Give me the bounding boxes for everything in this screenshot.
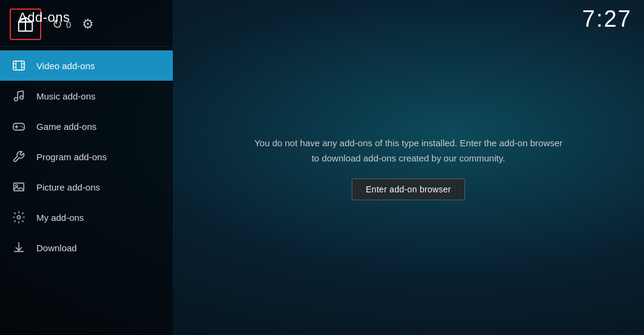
sidebar-item-download[interactable]: Download	[0, 232, 173, 263]
empty-message: You do not have any add-ons of this type…	[251, 135, 566, 166]
enter-addon-browser-button[interactable]: Enter add-on browser	[352, 178, 465, 200]
film-icon	[11, 58, 27, 73]
svg-point-19	[22, 127, 24, 128]
sidebar-item-download-label: Download	[36, 243, 77, 253]
sidebar-item-music-addons[interactable]: Music add-ons	[0, 81, 173, 111]
main-content: You do not have any add-ons of this type…	[173, 0, 644, 335]
sidebar-item-video-addons-label: Video add-ons	[36, 61, 95, 71]
settings-icon[interactable]: ⚙	[82, 16, 94, 32]
download-icon	[11, 240, 27, 255]
sidebar-item-video-addons[interactable]: Video add-ons	[0, 50, 173, 81]
page-title: Add-ons	[18, 10, 70, 25]
sidebar-item-program-addons[interactable]: Program add-ons	[0, 141, 173, 172]
gamepad-icon	[11, 118, 27, 134]
svg-point-18	[21, 126, 22, 127]
picture-icon	[11, 179, 27, 195]
sidebar: ↻ 0 ⚙ Video add-ons Music add-ons Game a…	[0, 0, 173, 335]
music-icon	[11, 88, 27, 104]
svg-line-13	[18, 91, 23, 92]
sidebar-item-picture-addons-label: Picture add-ons	[36, 182, 100, 192]
svg-rect-20	[14, 183, 24, 191]
myaddon-icon	[11, 209, 27, 225]
svg-rect-3	[13, 61, 24, 70]
svg-point-22	[17, 215, 21, 219]
time-display: 7:27	[582, 6, 632, 32]
sidebar-item-game-addons[interactable]: Game add-ons	[0, 111, 173, 141]
sidebar-item-my-addons-label: My add-ons	[36, 212, 84, 223]
sidebar-item-program-addons-label: Program add-ons	[36, 152, 107, 162]
sidebar-item-picture-addons[interactable]: Picture add-ons	[0, 172, 173, 202]
sidebar-item-music-addons-label: Music add-ons	[36, 91, 96, 101]
sidebar-item-my-addons[interactable]: My add-ons	[0, 202, 173, 232]
wrench-icon	[11, 149, 27, 164]
sidebar-item-game-addons-label: Game add-ons	[36, 121, 96, 132]
